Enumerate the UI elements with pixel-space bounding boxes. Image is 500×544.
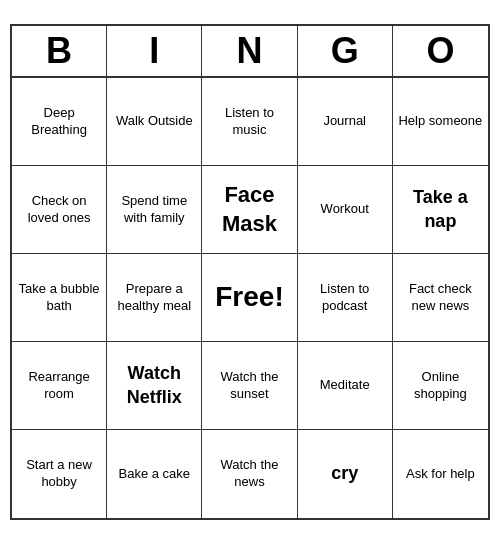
bingo-cell-22: Watch the news bbox=[202, 430, 297, 518]
bingo-cell-14: Fact check new news bbox=[393, 254, 488, 342]
bingo-cell-7: Face Mask bbox=[202, 166, 297, 254]
bingo-cell-16: Watch Netflix bbox=[107, 342, 202, 430]
bingo-cell-18: Meditate bbox=[298, 342, 393, 430]
bingo-letter-b: B bbox=[12, 26, 107, 76]
bingo-letter-i: I bbox=[107, 26, 202, 76]
bingo-cell-17: Watch the sunset bbox=[202, 342, 297, 430]
bingo-cell-1: Walk Outside bbox=[107, 78, 202, 166]
bingo-cell-3: Journal bbox=[298, 78, 393, 166]
bingo-cell-10: Take a bubble bath bbox=[12, 254, 107, 342]
bingo-cell-6: Spend time with family bbox=[107, 166, 202, 254]
bingo-cell-0: Deep Breathing bbox=[12, 78, 107, 166]
bingo-grid: Deep BreathingWalk OutsideListen to musi… bbox=[12, 78, 488, 518]
bingo-cell-8: Workout bbox=[298, 166, 393, 254]
bingo-cell-9: Take a nap bbox=[393, 166, 488, 254]
bingo-cell-12: Free! bbox=[202, 254, 297, 342]
bingo-cell-21: Bake a cake bbox=[107, 430, 202, 518]
bingo-cell-11: Prepare a healthy meal bbox=[107, 254, 202, 342]
bingo-header: BINGO bbox=[12, 26, 488, 78]
bingo-cell-2: Listen to music bbox=[202, 78, 297, 166]
bingo-cell-19: Online shopping bbox=[393, 342, 488, 430]
bingo-cell-13: Listen to podcast bbox=[298, 254, 393, 342]
bingo-letter-o: O bbox=[393, 26, 488, 76]
bingo-cell-5: Check on loved ones bbox=[12, 166, 107, 254]
bingo-card: BINGO Deep BreathingWalk OutsideListen t… bbox=[10, 24, 490, 520]
bingo-cell-15: Rearrange room bbox=[12, 342, 107, 430]
bingo-cell-4: Help someone bbox=[393, 78, 488, 166]
bingo-letter-n: N bbox=[202, 26, 297, 76]
bingo-letter-g: G bbox=[298, 26, 393, 76]
bingo-cell-23: cry bbox=[298, 430, 393, 518]
bingo-cell-24: Ask for help bbox=[393, 430, 488, 518]
bingo-cell-20: Start a new hobby bbox=[12, 430, 107, 518]
